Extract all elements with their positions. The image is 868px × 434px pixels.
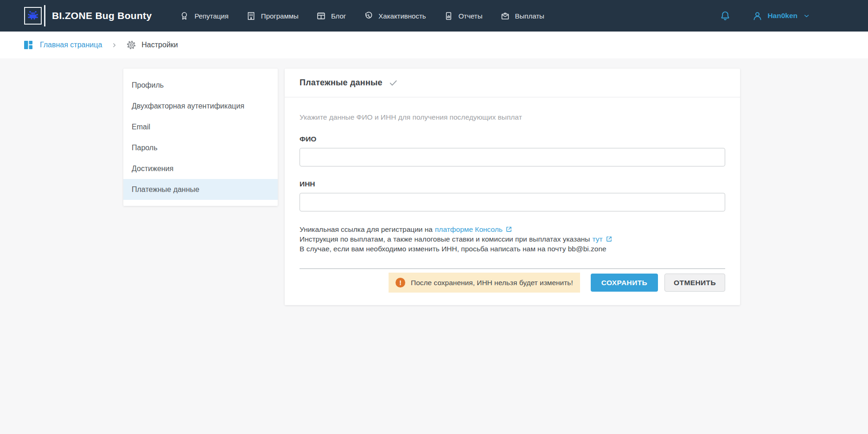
nav-item-reputation[interactable]: Репутация [179,11,228,21]
breadcrumb: Главная страница Настройки [0,32,868,58]
logo-bracket-bar [44,5,45,26]
inn-input[interactable] [300,193,725,211]
nav-item-hackactivity[interactable]: Хакактивность [364,11,426,21]
nav-item-blog[interactable]: Блог [316,11,346,21]
sidebar-item-profile[interactable]: Профиль [123,75,278,96]
panel-title: Платежные данные [300,78,383,88]
main-content: Профиль Двухфакторная аутентификация Ema… [0,58,868,434]
note-line-2: Инструкция по выплатам, а также налоговы… [300,234,725,244]
top-navbar: BI.ZONE Bug Bounty Репутация [0,0,868,32]
notes-block: Уникальная ссылка для регистрации наплат… [300,224,725,254]
alert-icon: ! [396,278,405,287]
sidebar-item-2fa[interactable]: Двухфакторная аутентификация [123,96,278,116]
inn-label: ИНН [300,180,725,188]
nav-item-label: Выплаты [515,12,544,20]
nav-item-programs[interactable]: Программы [246,11,299,21]
note-line-3: В случае, если вам необходимо изменить И… [300,244,725,254]
main-nav: Репутация Программы [179,11,562,21]
award-icon [179,11,189,21]
reports-icon [444,11,453,21]
dashboard-icon [23,39,34,51]
sidebar-item-password[interactable]: Пароль [123,137,278,158]
payouts-icon [500,11,510,21]
sidebar-item-payment-data[interactable]: Платежные данные [123,179,278,200]
footer-divider [300,268,725,269]
blog-icon [316,11,326,21]
settings-sidebar: Профиль Двухфакторная аутентификация Ema… [123,69,278,206]
fio-input[interactable] [300,148,725,166]
breadcrumb-home-link[interactable]: Главная страница [23,39,102,51]
username: Han0ken [767,12,798,20]
cancel-button[interactable]: ОТМЕНИТЬ [664,274,725,292]
breadcrumb-home-label: Главная страница [40,41,102,49]
sidebar-item-achievements[interactable]: Достижения [123,158,278,179]
panel-body: Укажите данные ФИО и ИНН для получения п… [285,97,740,305]
breadcrumb-current-label: Настройки [141,41,178,49]
chevron-down-icon [803,12,811,20]
sidebar-item-email[interactable]: Email [123,116,278,137]
breadcrumb-current: Настройки [126,40,178,50]
warning-banner: ! После сохранения, ИНН нельзя будет изм… [389,273,580,293]
gear-icon [126,40,136,50]
user-icon [752,10,763,22]
brand-title: BI.ZONE Bug Bounty [52,10,152,21]
chevron-right-icon [111,42,117,48]
panel-description: Укажите данные ФИО и ИНН для получения п… [300,113,725,121]
fio-label: ФИО [300,135,725,143]
external-link-icon[interactable] [606,236,613,243]
notifications-bell-icon[interactable] [719,10,731,22]
panel-header: Платежные данные [285,69,740,97]
warning-text: После сохранения, ИНН нельзя будет измен… [411,279,573,287]
nav-item-label: Блог [331,12,346,20]
external-link-icon[interactable] [505,226,512,233]
check-icon [389,78,398,88]
panel-footer: ! После сохранения, ИНН нельзя будет изм… [300,273,725,293]
note-line-1: Уникальная ссылка для регистрации наплат… [300,224,725,234]
payout-instructions-link[interactable]: тут [592,235,602,243]
brand-logo[interactable]: BI.ZONE Bug Bounty [24,5,152,26]
building-icon [246,11,256,21]
nav-item-label: Хакактивность [378,12,426,20]
navbar-right: Han0ken [719,10,868,22]
nav-item-label: Репутация [194,12,228,20]
nav-item-reports[interactable]: Отчеты [444,11,483,21]
nav-item-payouts[interactable]: Выплаты [500,11,544,21]
nav-item-label: Отчеты [459,12,483,20]
save-button[interactable]: СОХРАНИТЬ [591,274,658,292]
nav-item-label: Программы [261,12,299,20]
history-icon [364,11,373,21]
user-menu[interactable]: Han0ken [752,10,811,22]
payment-data-panel: Платежные данные Укажите данные ФИО и ИН… [285,69,740,305]
console-platform-link[interactable]: платформе Консоль [435,225,503,233]
bug-logo-icon [24,7,42,25]
